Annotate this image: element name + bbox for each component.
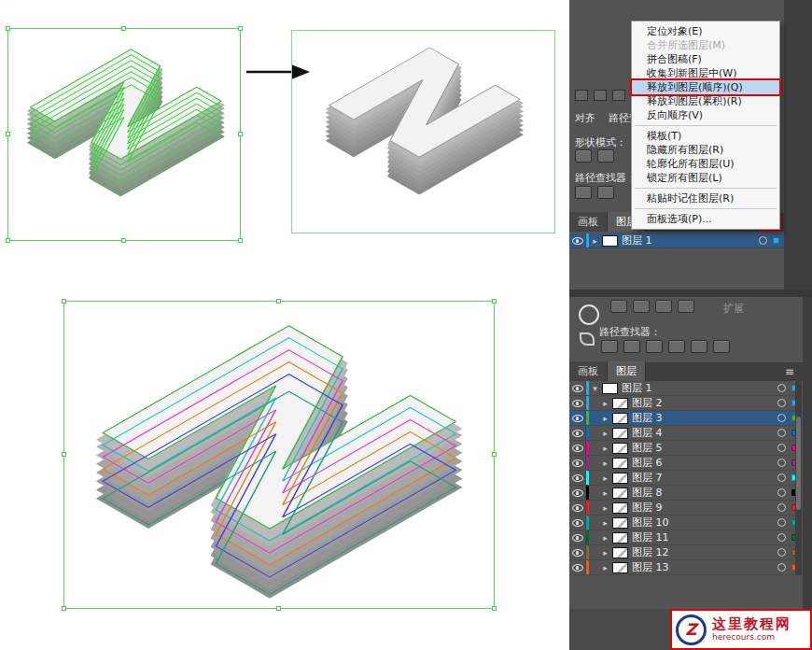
menu-item-panel-options[interactable]: 面板选项(P)...	[632, 212, 779, 226]
layer-row[interactable]: ▸ 图层 1	[569, 233, 784, 248]
menu-item-release-to-layers-sequence[interactable]: 释放到图层(顺序)(Q)	[632, 80, 779, 94]
menu-item-paste-remembers-layers[interactable]: 粘贴时记住图层(R)	[632, 191, 779, 205]
target-circle-icon[interactable]	[777, 399, 786, 407]
selection-handle[interactable]	[6, 26, 10, 31]
menu-item-reverse-order[interactable]: 反向顺序(V)	[632, 108, 779, 122]
circle-tool-icon[interactable]	[579, 304, 599, 325]
spiral-tool-icon[interactable]	[580, 332, 595, 346]
visibility-eye-icon[interactable]	[572, 489, 583, 497]
layers-scrollbar[interactable]	[795, 381, 802, 575]
selection-handle[interactable]	[121, 26, 126, 31]
visibility-eye-icon[interactable]	[572, 237, 583, 245]
selection-handle[interactable]	[238, 132, 243, 136]
target-circle-icon[interactable]	[777, 459, 786, 467]
selection-handle[interactable]	[6, 238, 10, 243]
expand-chevron-icon[interactable]: ▸	[599, 563, 611, 572]
visibility-eye-icon[interactable]	[572, 564, 583, 572]
layer-row[interactable]: ▸ 图层 12	[569, 545, 803, 560]
panel-header-icon[interactable]	[610, 300, 627, 313]
layer-row[interactable]: ▸ 图层 13	[569, 560, 803, 575]
collapse-chevron-icon[interactable]: ▾	[589, 384, 601, 393]
n-shape-3d-released-layers[interactable]	[64, 302, 494, 608]
selection-handle[interactable]	[276, 606, 281, 611]
menu-item-flatten-artwork[interactable]: 拼合图稿(F)	[632, 52, 779, 66]
layer-row[interactable]: ▸ 图层 10	[569, 516, 803, 530]
pathfinder-icon[interactable]	[668, 340, 685, 353]
layer-row[interactable]: ▸ 图层 7	[569, 471, 803, 486]
visibility-eye-icon[interactable]	[572, 474, 583, 482]
shape-mode-icon[interactable]	[597, 149, 614, 162]
selection-handle[interactable]	[276, 299, 281, 304]
visibility-eye-icon[interactable]	[572, 445, 583, 452]
layer-row[interactable]: ▾ 图层 1	[569, 381, 803, 396]
expand-chevron-icon[interactable]: ▸	[599, 473, 611, 483]
expand-chevron-icon[interactable]: ▸	[599, 459, 611, 468]
target-circle-icon[interactable]	[777, 488, 786, 497]
expand-chevron-icon[interactable]: ▸	[599, 429, 611, 438]
target-circle-icon[interactable]	[777, 384, 786, 392]
target-circle-icon[interactable]	[759, 236, 767, 245]
expand-chevron-icon[interactable]: ▸	[589, 236, 601, 246]
layer-row[interactable]: ▸ 图层 2	[569, 396, 803, 411]
pathfinder-icon[interactable]	[691, 340, 707, 353]
target-circle-icon[interactable]	[777, 548, 786, 557]
visibility-eye-icon[interactable]	[572, 459, 583, 467]
tab-artboards[interactable]: 画板	[569, 361, 608, 381]
selection-handle[interactable]	[62, 606, 66, 611]
panel-header-icon[interactable]	[655, 300, 672, 313]
shape-mode-icon[interactable]	[575, 149, 592, 162]
selection-handle[interactable]	[62, 452, 66, 457]
expand-chevron-icon[interactable]: ▸	[599, 518, 611, 528]
tab-artboards[interactable]: 画板	[569, 212, 608, 232]
target-circle-icon[interactable]	[777, 429, 786, 437]
visibility-eye-icon[interactable]	[572, 504, 583, 512]
selection-handle[interactable]	[121, 238, 126, 243]
layer-row[interactable]: ▸ 图层 8	[569, 486, 803, 501]
visibility-eye-icon[interactable]	[572, 519, 583, 527]
target-circle-icon[interactable]	[777, 533, 786, 542]
pathfinder-icon[interactable]	[597, 186, 614, 199]
selection-handle[interactable]	[492, 299, 497, 304]
menu-item-lock-all-layers[interactable]: 锁定所有图层(L)	[632, 171, 779, 185]
expand-chevron-icon[interactable]: ▸	[599, 548, 611, 558]
visibility-eye-icon[interactable]	[572, 415, 583, 422]
pathfinder-icon[interactable]	[623, 340, 640, 353]
align-icon[interactable]	[575, 90, 588, 101]
selection-handle[interactable]	[492, 606, 497, 611]
menu-item-outline-all-layers[interactable]: 轮廓化所有图层(U)	[632, 157, 779, 171]
selection-handle[interactable]	[238, 26, 243, 31]
expand-chevron-icon[interactable]: ▸	[599, 414, 611, 423]
visibility-eye-icon[interactable]	[572, 430, 583, 437]
target-circle-icon[interactable]	[777, 503, 786, 512]
menu-item-template[interactable]: 模板(T)	[632, 129, 779, 143]
selection-handle[interactable]	[238, 238, 243, 243]
panel-header-icon[interactable]	[633, 300, 650, 313]
pathfinder-icon[interactable]	[575, 186, 592, 199]
target-circle-icon[interactable]	[777, 563, 786, 572]
pathfinder-icon[interactable]	[601, 340, 618, 353]
align-icon[interactable]	[612, 90, 625, 101]
expand-chevron-icon[interactable]: ▸	[599, 488, 611, 498]
menu-item-locate-object[interactable]: 定位对象(E)	[632, 24, 779, 38]
visibility-eye-icon[interactable]	[572, 385, 583, 392]
layer-row[interactable]: ▸ 图层 9	[569, 501, 803, 516]
layer-row-selected[interactable]: ▸ 图层 3	[569, 411, 803, 426]
layer-row[interactable]: ▸ 图层 11	[569, 530, 803, 545]
selection-handle[interactable]	[6, 132, 10, 136]
document-canvas[interactable]	[0, 0, 569, 650]
n-shape-3d-selected[interactable]	[8, 29, 240, 240]
expand-chevron-icon[interactable]: ▸	[599, 399, 611, 408]
target-circle-icon[interactable]	[777, 414, 786, 422]
target-circle-icon[interactable]	[777, 444, 786, 452]
tab-layers[interactable]: 图层	[608, 361, 646, 381]
pathfinder-icon[interactable]	[713, 340, 730, 353]
layer-row[interactable]: ▸ 图层 5	[569, 441, 803, 456]
tab-align[interactable]: 对齐	[575, 111, 595, 125]
pathfinder-icon[interactable]	[646, 340, 663, 353]
menu-item-hide-all-layers[interactable]: 隐藏所有图层(R)	[632, 143, 779, 157]
menu-item-release-to-layers-build[interactable]: 释放到图层(累积)(R)	[632, 94, 779, 108]
site-logo-link[interactable]: Z 这里教程网 herecours.com	[670, 609, 812, 650]
panel-menu-icon[interactable]: ≡	[781, 364, 798, 379]
target-circle-icon[interactable]	[777, 518, 786, 527]
expand-chevron-icon[interactable]: ▸	[599, 503, 611, 513]
